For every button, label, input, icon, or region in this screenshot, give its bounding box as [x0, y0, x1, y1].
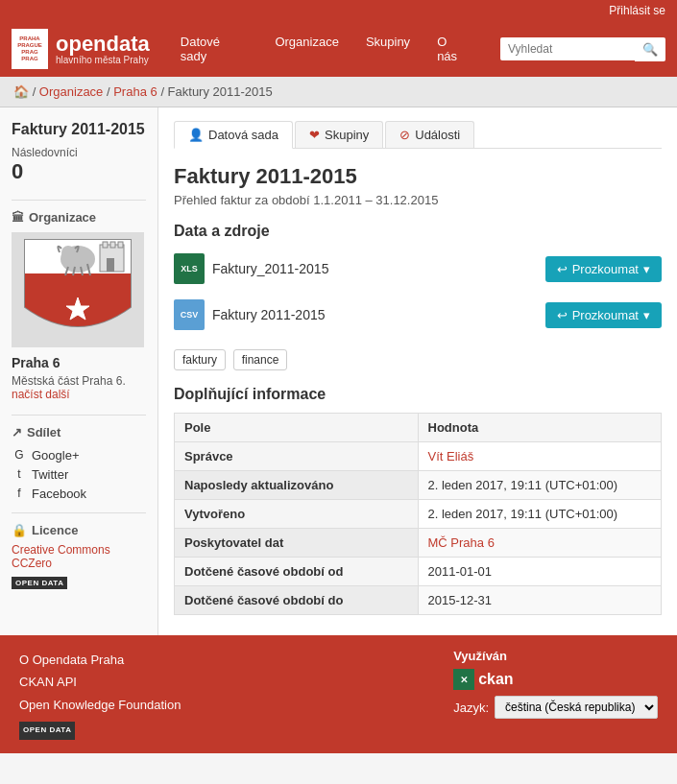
field-0: Správce: [175, 442, 419, 471]
lock-icon: 🔒: [12, 523, 27, 537]
share-twitter-label: Twitter: [32, 467, 68, 482]
search-input[interactable]: [500, 37, 635, 60]
explore-chevron-icon-1: ▾: [643, 308, 650, 322]
table-row: Naposledy aktualizováno 2. leden 2017, 1…: [175, 471, 662, 500]
resource-item-0: XLS Faktury_2011-2015 ↩ Prozkoumat ▾: [174, 249, 662, 288]
info-col-field: Pole: [175, 414, 419, 442]
nav-about[interactable]: O nás: [425, 29, 481, 69]
svg-rect-11: [107, 258, 114, 272]
svg-rect-9: [110, 242, 115, 248]
footer-right: Využíván ✕ ckan Jazyk: čeština (Česká re…: [453, 649, 658, 719]
nav-organizations[interactable]: Organizace: [263, 29, 350, 69]
skupiny-tab-icon: ❤: [309, 128, 320, 142]
ckan-icon: ✕: [453, 669, 474, 690]
resources-list: XLS Faktury_2011-2015 ↩ Prozkoumat ▾ CSV…: [174, 249, 662, 334]
table-row: Dotčené časové období od 2011-01-01: [175, 558, 662, 586]
xls-icon-0: XLS: [174, 253, 205, 284]
share-facebook-label: Facebook: [32, 487, 86, 501]
top-bar: Přihlásit se: [0, 0, 677, 21]
nav-datasets[interactable]: Datové sady: [169, 29, 260, 69]
logo[interactable]: PRAHA PRAGUE PRAG PRAG opendata hlavního…: [12, 29, 150, 69]
header: PRAHA PRAGUE PRAG PRAG opendata hlavního…: [0, 21, 677, 77]
sidebar-title: Faktury 2011-2015: [12, 121, 146, 138]
search-area: 🔍: [500, 37, 665, 61]
value-0: Vít Eliáš: [418, 442, 662, 471]
share-facebook[interactable]: f Facebook: [12, 486, 146, 501]
ckan-logo: ✕ ckan: [453, 669, 513, 690]
tab-dataset[interactable]: 👤 Datová sada: [174, 121, 293, 149]
explore-arrow-icon-1: ↩: [557, 308, 568, 322]
org-section: 🏛 Organizace: [12, 210, 146, 401]
field-3: Poskytovatel dat: [175, 529, 419, 558]
org-name: Praha 6: [12, 355, 146, 370]
nav-groups[interactable]: Skupiny: [354, 29, 422, 69]
followers-section: Následovníci 0: [12, 146, 146, 184]
footer-opendata-badge: OPEN DATA: [19, 722, 75, 739]
footer-link-1[interactable]: CKAN API: [19, 675, 77, 689]
org-desc-text: Městská část Praha 6.: [12, 374, 126, 388]
lang-select-input[interactable]: čeština (Česká republika): [495, 696, 658, 719]
building-icon: 🏛: [12, 210, 24, 225]
tag-finance[interactable]: finance: [233, 349, 288, 370]
org-desc-link[interactable]: načíst další: [12, 388, 70, 401]
login-link[interactable]: Přihlásit se: [609, 4, 665, 17]
table-row: Dotčené časové období do 2015-12-31: [175, 586, 662, 615]
link-0[interactable]: Vít Eliáš: [428, 449, 474, 463]
footer-link-2[interactable]: Open Knowledge Foundation: [19, 698, 181, 712]
field-4: Dotčené časové období od: [175, 558, 419, 586]
data-section-title: Data a zdroje: [174, 223, 662, 240]
explore-chevron-icon-0: ▾: [643, 262, 650, 276]
field-5: Dotčené časové období do: [175, 586, 419, 615]
main-layout: Faktury 2011-2015 Následovníci 0 🏛 Organ…: [0, 107, 677, 635]
resource-left-0: XLS Faktury_2011-2015: [174, 253, 328, 284]
opendata-badge: OPEN DATA: [12, 577, 67, 589]
search-button[interactable]: 🔍: [635, 37, 665, 61]
footer-link-0[interactable]: O Opendata Praha: [19, 653, 124, 667]
tab-skupiny[interactable]: ❤ Skupiny: [295, 121, 383, 148]
udalosti-tab-icon: ⊘: [399, 128, 410, 142]
share-twitter[interactable]: t Twitter: [12, 466, 146, 482]
explore-label-0: Prozkoumat: [572, 262, 639, 276]
table-row: Správce Vít Eliáš: [175, 442, 662, 471]
tab-skupiny-label: Skupiny: [325, 128, 369, 142]
value-1: 2. leden 2017, 19:11 (UTC+01:00): [418, 471, 662, 500]
svg-rect-8: [103, 242, 108, 248]
value-5: 2015-12-31: [418, 586, 662, 615]
tab-dataset-label: Datová sada: [208, 128, 278, 142]
value-3: MČ Praha 6: [418, 529, 662, 558]
licence-section: 🔒 Licence Creative Commons CCZero OPEN D…: [12, 523, 146, 589]
utilized-label: Využíván: [453, 649, 507, 663]
resource-left-1: CSV Faktury 2011-2015: [174, 299, 326, 330]
page-title: Faktury 2011-2015: [174, 164, 662, 189]
share-googleplus[interactable]: G Google+: [12, 447, 146, 463]
explore-button-1[interactable]: ↩ Prozkoumat ▾: [545, 302, 662, 328]
share-section: ↗ Sdílet G Google+ t Twitter f Facebook: [12, 425, 146, 501]
field-2: Vytvořeno: [175, 500, 419, 529]
main-nav: Datové sady Organizace Skupiny O nás: [169, 29, 481, 69]
breadcrumb-organizace[interactable]: Organizace: [39, 84, 103, 99]
explore-button-0[interactable]: ↩ Prozkoumat ▾: [545, 256, 662, 282]
licence-header: 🔒 Licence: [12, 523, 146, 537]
dataset-tab-icon: 👤: [188, 128, 204, 142]
link-3[interactable]: MČ Praha 6: [428, 535, 495, 550]
table-row: Vytvořeno 2. leden 2017, 19:11 (UTC+01:0…: [175, 500, 662, 529]
info-section-title: Doplňující informace: [174, 386, 662, 403]
tabs: 👤 Datová sada ❤ Skupiny ⊘ Události: [174, 121, 662, 149]
breadcrumb-home[interactable]: 🏠: [13, 84, 29, 99]
logo-subtitle: hlavního města Prahy: [56, 55, 150, 65]
breadcrumb-praha6[interactable]: Praha 6: [113, 84, 157, 99]
ckan-label: ckan: [478, 671, 513, 688]
content-area: 👤 Datová sada ❤ Skupiny ⊘ Události Faktu…: [158, 107, 677, 635]
tab-udalosti-label: Události: [415, 128, 460, 142]
value-4: 2011-01-01: [418, 558, 662, 586]
licence-link[interactable]: Creative Commons CCZero: [12, 543, 146, 570]
logo-title: opendata: [56, 34, 150, 55]
followers-count: 0: [12, 159, 146, 184]
logo-flag: PRAHA PRAGUE PRAG PRAG: [12, 29, 48, 69]
tab-udalosti[interactable]: ⊘ Události: [385, 121, 474, 148]
coat-of-arms-svg: [15, 235, 140, 345]
org-desc: Městská část Praha 6. načíst další: [12, 374, 146, 401]
tag-faktury[interactable]: faktury: [174, 349, 226, 370]
csv-icon-1: CSV: [174, 299, 205, 330]
twitter-icon: t: [12, 466, 27, 482]
